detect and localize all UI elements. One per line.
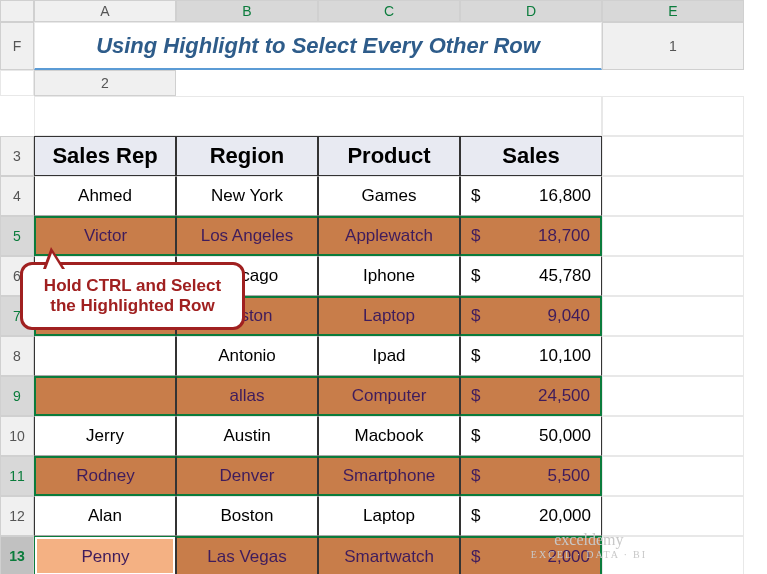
cell-C4[interactable]: New York <box>176 176 318 216</box>
cell-F4[interactable] <box>602 176 744 216</box>
col-header-C[interactable]: C <box>318 0 460 22</box>
watermark: exceldemy EXCEL · DATA · BI <box>531 531 647 560</box>
col-header-F[interactable]: F <box>0 22 34 70</box>
cell-D6[interactable]: Iphone <box>318 256 460 296</box>
cell-F3[interactable] <box>602 136 744 176</box>
cell-D5[interactable]: Applewatch <box>318 216 460 256</box>
row-header-2[interactable]: 2 <box>34 70 176 96</box>
header-product: Product <box>318 136 460 176</box>
currency-symbol: $ <box>471 306 480 326</box>
currency-symbol: $ <box>471 266 480 286</box>
row-header-4[interactable]: 4 <box>0 176 34 216</box>
cell-F8[interactable] <box>602 336 744 376</box>
instruction-callout: Hold CTRL and Select the Highlighted Row <box>20 262 245 330</box>
currency-symbol: $ <box>471 506 480 526</box>
sales-value: 16,800 <box>539 186 591 206</box>
watermark-main: exceldemy <box>531 531 647 549</box>
currency-symbol: $ <box>471 386 480 406</box>
sales-value: 50,000 <box>539 426 591 446</box>
watermark-sub: EXCEL · DATA · BI <box>531 549 647 560</box>
cell-F5[interactable] <box>602 216 744 256</box>
col-header-E[interactable]: E <box>602 0 744 22</box>
cell-C9[interactable]: allas <box>176 376 318 416</box>
col-header-D[interactable]: D <box>460 0 602 22</box>
col-header-A[interactable]: A <box>34 0 176 22</box>
cell-F11[interactable] <box>602 456 744 496</box>
cell-C5[interactable]: Los Angeles <box>176 216 318 256</box>
cell-E6[interactable]: $45,780 <box>460 256 602 296</box>
row-header-8[interactable]: 8 <box>0 336 34 376</box>
select-all-corner[interactable] <box>0 0 34 22</box>
cell-E11[interactable]: $5,500 <box>460 456 602 496</box>
cell-D8[interactable]: Ipad <box>318 336 460 376</box>
cell-F6[interactable] <box>602 256 744 296</box>
cell-C10[interactable]: Austin <box>176 416 318 456</box>
cell-D4[interactable]: Games <box>318 176 460 216</box>
cell-D9[interactable]: Computer <box>318 376 460 416</box>
row-header-12[interactable]: 12 <box>0 496 34 536</box>
cell-E10[interactable]: $50,000 <box>460 416 602 456</box>
row-header-1[interactable]: 1 <box>602 22 744 70</box>
cell-C11[interactable]: Denver <box>176 456 318 496</box>
row-header-5[interactable]: 5 <box>0 216 34 256</box>
cell-E5[interactable]: $18,700 <box>460 216 602 256</box>
cell-B9[interactable] <box>34 376 176 416</box>
cell-B12[interactable]: Alan <box>34 496 176 536</box>
row-header-3[interactable]: 3 <box>0 136 34 176</box>
row-header-11[interactable]: 11 <box>0 456 34 496</box>
currency-symbol: $ <box>471 547 480 567</box>
cell-E9[interactable]: $24,500 <box>460 376 602 416</box>
cell-F2[interactable] <box>602 96 744 136</box>
cell-B8[interactable] <box>34 336 176 376</box>
cell-B10[interactable]: Jerry <box>34 416 176 456</box>
cell-E7[interactable]: $9,040 <box>460 296 602 336</box>
cell-C8[interactable]: Antonio <box>176 336 318 376</box>
cell-F7[interactable] <box>602 296 744 336</box>
cell-F10[interactable] <box>602 416 744 456</box>
cell-F1[interactable] <box>0 70 34 96</box>
sales-value: 20,000 <box>539 506 591 526</box>
row-header-9[interactable]: 9 <box>0 376 34 416</box>
sales-value: 5,500 <box>547 466 590 486</box>
cell-B13-active[interactable]: Penny <box>34 536 176 574</box>
cell-E8[interactable]: $10,100 <box>460 336 602 376</box>
cell-merged-2[interactable] <box>34 96 602 136</box>
cell-D10[interactable]: Macbook <box>318 416 460 456</box>
currency-symbol: $ <box>471 426 480 446</box>
cell-C12[interactable]: Boston <box>176 496 318 536</box>
row-header-13[interactable]: 13 <box>0 536 34 574</box>
cell-D12[interactable]: Laptop <box>318 496 460 536</box>
sales-value: 24,500 <box>538 386 590 406</box>
header-sales: Sales <box>460 136 602 176</box>
row-header-10[interactable]: 10 <box>0 416 34 456</box>
cell-D13[interactable]: Smartwatch <box>318 536 460 574</box>
currency-symbol: $ <box>471 226 480 246</box>
currency-symbol: $ <box>471 466 480 486</box>
currency-symbol: $ <box>471 186 480 206</box>
cell-B4[interactable]: Ahmed <box>34 176 176 216</box>
cell-B11[interactable]: Rodney <box>34 456 176 496</box>
cell-F9[interactable] <box>602 376 744 416</box>
sales-value: 18,700 <box>538 226 590 246</box>
col-header-B[interactable]: B <box>176 0 318 22</box>
sales-value: 45,780 <box>539 266 591 286</box>
header-salesrep: Sales Rep <box>34 136 176 176</box>
header-region: Region <box>176 136 318 176</box>
cell-E12[interactable]: $20,000 <box>460 496 602 536</box>
cell-D7[interactable]: Laptop <box>318 296 460 336</box>
cell-D11[interactable]: Smartphone <box>318 456 460 496</box>
currency-symbol: $ <box>471 346 480 366</box>
sales-value: 9,040 <box>547 306 590 326</box>
cell-F12[interactable] <box>602 496 744 536</box>
sales-value: 10,100 <box>539 346 591 366</box>
cell-E4[interactable]: $16,800 <box>460 176 602 216</box>
cell-C13[interactable]: Las Vegas <box>176 536 318 574</box>
page-title: Using Highlight to Select Every Other Ro… <box>34 22 602 70</box>
